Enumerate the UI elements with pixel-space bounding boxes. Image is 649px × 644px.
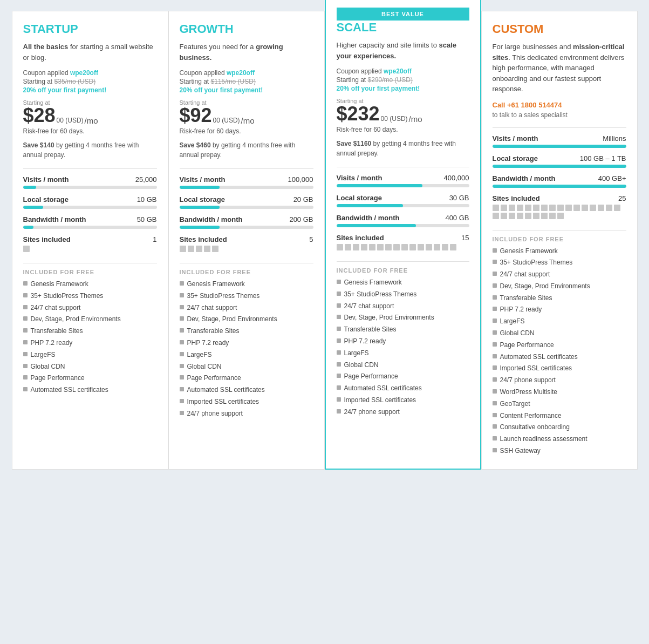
- price-mo-scale: /mo: [409, 114, 422, 124]
- feature-bullet-custom-14: [493, 413, 497, 417]
- visits-value-startup: 25,000: [135, 175, 157, 184]
- price-cents-startup: 00 (USD): [57, 117, 84, 125]
- included-title-scale: INCLUDED FOR FREE: [337, 267, 469, 274]
- visits-metric-scale: Visits / month 400,000: [337, 174, 469, 187]
- feature-label-custom-5: PHP 7.2 ready: [500, 305, 542, 314]
- price-block-growth: $92 00 (USD) /mo: [180, 106, 313, 125]
- site-square-scale-3: [361, 244, 367, 250]
- sites-metric-scale: Sites included 15: [337, 234, 469, 250]
- feature-label-scale-2: 24/7 chat support: [344, 302, 394, 311]
- feature-item-growth-8: Page Performance: [180, 374, 313, 383]
- site-square-custom-21: [533, 213, 539, 219]
- site-square-scale-5: [377, 244, 384, 250]
- visits-label-custom: Visits / month: [493, 134, 538, 143]
- feature-item-scale-6: LargeFS: [337, 349, 469, 358]
- feature-bullet-growth-4: [180, 328, 184, 333]
- site-square-growth-2: [196, 246, 202, 252]
- visits-value-custom: Millions: [603, 134, 626, 143]
- site-square-custom-14: [606, 205, 612, 211]
- sites-label-scale: Sites included: [337, 234, 384, 242]
- included-title-startup: INCLUDED FOR FREE: [23, 269, 157, 275]
- site-square-scale-9: [409, 244, 416, 250]
- visits-label-scale: Visits / month: [337, 174, 382, 182]
- feature-item-scale-10: Imported SSL certificates: [337, 396, 469, 405]
- feature-label-startup-3: Dev, Stage, Prod Environments: [31, 315, 121, 324]
- feature-label-custom-15: Consultative onboarding: [500, 423, 570, 432]
- bandwidth-bar-fill-scale: [337, 224, 416, 227]
- storage-label-row-growth: Local storage 20 GB: [180, 195, 313, 204]
- plan-card-custom: CUSTOMFor large businesses and mission-c…: [481, 11, 638, 470]
- feature-label-growth-5: PHP 7.2 ready: [187, 338, 229, 348]
- feature-label-scale-10: Imported SSL certificates: [344, 396, 416, 405]
- sites-label-row-growth: Sites included 5: [180, 235, 313, 243]
- price-mo-growth: /mo: [241, 116, 255, 125]
- feature-item-custom-16: Launch readiness assessment: [493, 435, 626, 444]
- feature-label-custom-12: WordPress Multisite: [500, 388, 557, 397]
- bandwidth-bar-fill-growth: [180, 226, 220, 229]
- feature-item-growth-3: Dev, Stage, Prod Environments: [180, 315, 313, 324]
- site-square-custom-9: [565, 205, 572, 211]
- feature-bullet-startup-4: [23, 328, 28, 333]
- save-line-growth: Save $460 by getting 4 months free with …: [180, 140, 313, 160]
- plan-title-scale: SCALE: [337, 21, 469, 35]
- pricing-grid: STARTUPAll the basics for starting a sma…: [12, 11, 638, 470]
- site-square-custom-24: [557, 213, 564, 219]
- sites-label-growth: Sites included: [180, 235, 227, 243]
- site-square-custom-3: [517, 205, 523, 211]
- save-line-startup: Save $140 by getting 4 months free with …: [23, 140, 157, 160]
- discount-text-growth: 20% off your first payment!: [180, 86, 313, 94]
- storage-metric-custom: Local storage 100 GB – 1 TB: [493, 154, 626, 168]
- site-square-custom-5: [533, 205, 539, 211]
- feature-item-startup-2: 24/7 chat support: [23, 303, 157, 313]
- call-line-custom[interactable]: Call +61 1800 514474: [493, 101, 626, 109]
- feature-label-growth-10: Imported SSL certificates: [187, 397, 259, 406]
- site-square-growth-3: [204, 246, 210, 252]
- site-square-growth-4: [212, 246, 218, 252]
- visits-label-growth: Visits / month: [180, 175, 226, 184]
- visits-bar-fill-growth: [180, 186, 220, 189]
- feature-item-custom-4: Transferable Sites: [493, 294, 626, 303]
- feature-bullet-growth-3: [180, 316, 184, 321]
- storage-value-scale: 30 GB: [449, 194, 469, 202]
- feature-label-growth-8: Page Performance: [187, 374, 241, 383]
- risk-free-growth: Risk-free for 60 days.: [180, 127, 313, 135]
- price-block-startup: $28 00 (USD) /mo: [23, 106, 157, 125]
- site-square-scale-11: [426, 244, 432, 250]
- storage-label-row-startup: Local storage 10 GB: [23, 195, 157, 204]
- feature-bullet-startup-1: [23, 293, 28, 297]
- feature-label-startup-0: Genesis Framework: [31, 280, 88, 289]
- coupon-code-scale: wpe20off: [384, 67, 412, 75]
- site-square-custom-19: [517, 213, 523, 219]
- feature-bullet-scale-9: [337, 385, 341, 390]
- storage-bar-fill-growth: [180, 206, 220, 209]
- feature-label-custom-10: Imported SSL certificates: [500, 364, 572, 373]
- feature-label-scale-8: Page Performance: [344, 372, 398, 381]
- feature-bullet-custom-4: [493, 295, 497, 300]
- plan-title-startup: STARTUP: [23, 22, 157, 36]
- sites-grid-scale: [337, 244, 469, 250]
- feature-item-startup-6: LargeFS: [23, 350, 157, 360]
- visits-label-row-scale: Visits / month 400,000: [337, 174, 469, 182]
- visits-bar-track-growth: [180, 186, 313, 189]
- bandwidth-label-startup: Bandwidth / month: [23, 215, 86, 223]
- site-square-scale-12: [434, 244, 440, 250]
- feature-item-growth-7: Global CDN: [180, 362, 313, 371]
- plan-title-growth: GROWTH: [180, 22, 313, 36]
- bandwidth-metric-growth: Bandwidth / month 200 GB: [180, 215, 313, 229]
- sites-grid-custom: [493, 205, 626, 219]
- feature-bullet-custom-7: [493, 330, 497, 335]
- feature-label-startup-9: Automated SSL certificates: [31, 385, 108, 395]
- storage-label-startup: Local storage: [23, 195, 69, 204]
- storage-bar-track-custom: [493, 165, 626, 168]
- feature-label-custom-13: GeoTarget: [500, 399, 530, 409]
- feature-label-scale-5: PHP 7.2 ready: [344, 337, 386, 346]
- site-square-scale-1: [345, 244, 351, 250]
- feature-item-custom-7: Global CDN: [493, 329, 626, 338]
- plan-desc-custom: For large businesses and mission-critica…: [493, 42, 626, 94]
- site-square-custom-8: [557, 205, 564, 211]
- site-square-growth-1: [188, 246, 194, 252]
- bandwidth-value-custom: 400 GB+: [598, 174, 626, 182]
- feature-label-custom-1: 35+ StudioPress Themes: [500, 258, 573, 267]
- plan-desc-scale: Higher capacity and site limits to scale…: [337, 40, 469, 61]
- site-square-custom-16: [493, 213, 499, 219]
